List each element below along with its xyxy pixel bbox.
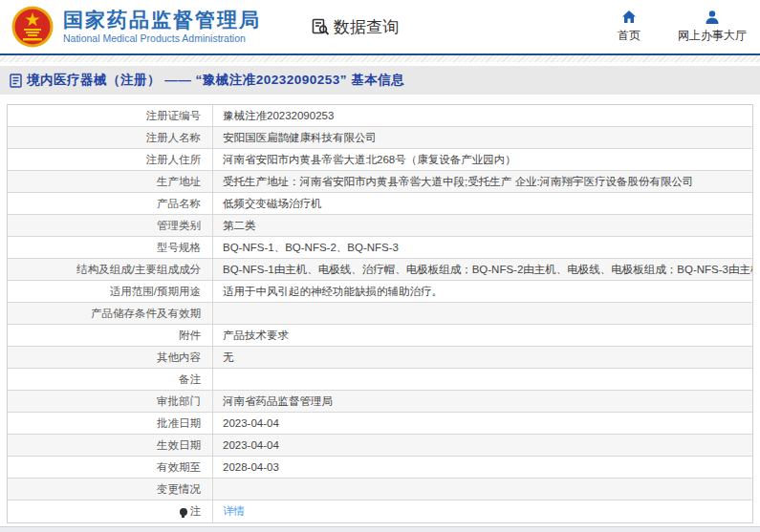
row-value: 河南省药品监督管理局 bbox=[213, 391, 752, 412]
row-value: 详情 bbox=[213, 500, 752, 522]
row-value: 2028-04-03 bbox=[213, 457, 752, 478]
table-row: 注册证编号 豫械注准20232090253 bbox=[8, 105, 752, 127]
row-label: 注册人住所 bbox=[8, 149, 213, 170]
note-icon bbox=[180, 508, 187, 516]
data-query-label: 数据查询 bbox=[334, 16, 399, 38]
row-value: 2023-04-04 bbox=[213, 435, 752, 456]
data-query-icon bbox=[311, 17, 330, 36]
row-label: 附件 bbox=[8, 325, 213, 346]
row-label: 型号规格 bbox=[8, 237, 213, 258]
table-row: 产品储存条件及有效期 bbox=[8, 303, 752, 325]
agency-title: 国家药品监督管理局 National Medical Products Admi… bbox=[63, 9, 261, 45]
row-label: 批准日期 bbox=[8, 413, 213, 434]
table-row: 生产地址 受托生产地址：河南省安阳市内黄县帝喾大道中段;受托生产 企业:河南翔宇… bbox=[8, 171, 752, 193]
row-value: 无 bbox=[213, 347, 752, 368]
data-query-menu[interactable]: 数据查询 bbox=[311, 16, 399, 38]
row-value: BQ-NFS-1、BQ-NFS-2、BQ-NFS-3 bbox=[213, 237, 752, 258]
row-label: 生效日期 bbox=[8, 435, 213, 456]
row-value: 产品技术要求 bbox=[213, 325, 752, 346]
row-label: 结构及组成/主要组成成分 bbox=[8, 259, 213, 280]
row-value: 2023-04-04 bbox=[213, 413, 752, 434]
header-nav: 首页 网上办事大厅 bbox=[607, 10, 747, 44]
row-value: 安阳国医扁鹊健康科技有限公司 bbox=[213, 127, 752, 148]
row-label: 注 bbox=[8, 500, 213, 522]
row-label: 其他内容 bbox=[8, 347, 213, 368]
row-label: 生产地址 bbox=[8, 171, 213, 192]
agency-logo[interactable]: 国家药品监督管理局 National Medical Products Admi… bbox=[11, 6, 261, 48]
table-row: 批准日期 2023-04-04 bbox=[8, 413, 752, 435]
table-row: 注册人住所 河南省安阳市内黄县帝喾大道北268号（康复设备产业园内） bbox=[8, 149, 752, 171]
row-value: 河南省安阳市内黄县帝喾大道北268号（康复设备产业园内） bbox=[213, 149, 752, 170]
breadcrumb: 境内医疗器械（注册） —— “豫械注准20232090253” 基本信息 bbox=[0, 66, 760, 95]
nav-label: 网上办事大厅 bbox=[678, 28, 747, 44]
row-label: 有效期至 bbox=[8, 457, 213, 478]
agency-name-cn: 国家药品监督管理局 bbox=[63, 9, 261, 32]
table-row: 变更情况 bbox=[8, 479, 752, 500]
nav-item-home[interactable]: 首页 bbox=[607, 10, 651, 44]
row-value: 低频交变磁场治疗机 bbox=[213, 193, 752, 214]
table-row: 注册人名称 安阳国医扁鹊健康科技有限公司 bbox=[8, 127, 752, 149]
national-emblem-icon bbox=[11, 6, 54, 48]
person-icon bbox=[705, 10, 720, 25]
table-row: 适用范围/预期用途 适用于中风引起的神经功能缺损的辅助治疗。 bbox=[8, 281, 752, 303]
table-row: 其他内容 无 bbox=[8, 347, 752, 369]
page-title: 境内医疗器械（注册） —— “豫械注准20232090253” 基本信息 bbox=[27, 72, 404, 89]
row-value: 第二类 bbox=[213, 215, 752, 236]
header: 国家药品监督管理局 National Medical Products Admi… bbox=[0, 0, 760, 53]
agency-name-en: National Medical Products Administration bbox=[63, 32, 261, 45]
table-row: 管理类别 第二类 bbox=[8, 215, 752, 237]
row-value bbox=[213, 369, 752, 390]
table-row: 型号规格 BQ-NFS-1、BQ-NFS-2、BQ-NFS-3 bbox=[8, 237, 752, 259]
row-label: 变更情况 bbox=[8, 479, 213, 500]
row-value: 受托生产地址：河南省安阳市内黄县帝喾大道中段;受托生产 企业:河南翔宇医疗设备股… bbox=[213, 171, 752, 192]
table-row: 结构及组成/主要组成成分 BQ-NFS-1由主机、电极线、治疗帽、电极板组成；B… bbox=[8, 259, 752, 281]
table-row: 有效期至 2028-04-03 bbox=[8, 457, 752, 479]
row-label: 注册证编号 bbox=[8, 105, 213, 126]
row-value bbox=[213, 303, 752, 324]
footer-bar bbox=[0, 526, 760, 532]
table-row: 注 详情 bbox=[8, 500, 752, 522]
row-value: 适用于中风引起的神经功能缺损的辅助治疗。 bbox=[213, 281, 752, 302]
table-row: 附件 产品技术要求 bbox=[8, 325, 752, 347]
row-label: 备注 bbox=[8, 369, 213, 390]
detail-link[interactable]: 详情 bbox=[223, 504, 245, 519]
nav-item-service-hall[interactable]: 网上办事大厅 bbox=[678, 10, 747, 44]
table-row: 备注 bbox=[8, 369, 752, 391]
home-icon bbox=[621, 10, 637, 25]
table-row: 产品名称 低频交变磁场治疗机 bbox=[8, 193, 752, 215]
row-value: 豫械注准20232090253 bbox=[213, 105, 752, 126]
row-label: 产品名称 bbox=[8, 193, 213, 214]
nav-label: 首页 bbox=[618, 28, 641, 44]
table-row: 生效日期 2023-04-04 bbox=[8, 435, 752, 457]
document-icon bbox=[10, 74, 22, 88]
row-value bbox=[213, 479, 752, 500]
row-label: 管理类别 bbox=[8, 215, 213, 236]
row-value: BQ-NFS-1由主机、电极线、治疗帽、电极板组成；BQ-NFS-2由主机、电极… bbox=[213, 259, 752, 280]
table-row: 审批部门 河南省药品监督管理局 bbox=[8, 391, 752, 413]
row-label: 产品储存条件及有效期 bbox=[8, 303, 213, 324]
row-label: 审批部门 bbox=[8, 391, 213, 412]
hatch-band bbox=[0, 55, 760, 62]
row-label: 适用范围/预期用途 bbox=[8, 281, 213, 302]
row-label: 注册人名称 bbox=[8, 127, 213, 148]
info-table: 注册证编号 豫械注准20232090253 注册人名称 安阳国医扁鹊健康科技有限… bbox=[7, 104, 753, 523]
